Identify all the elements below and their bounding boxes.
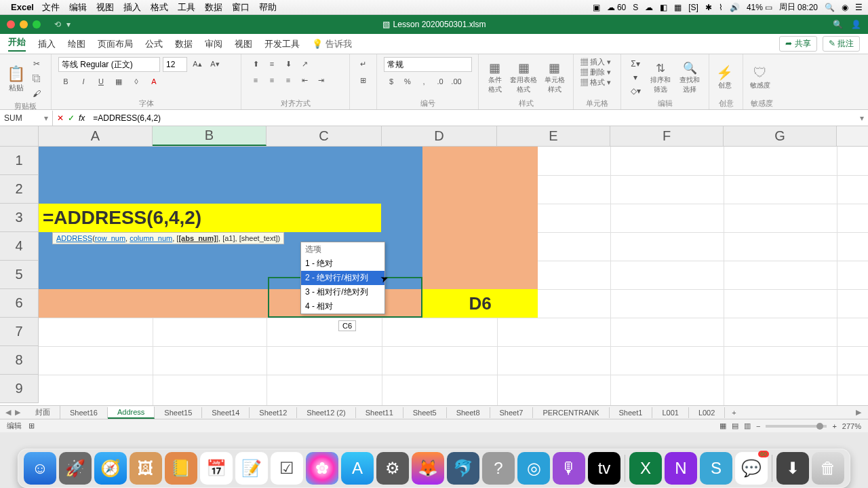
dock-firefox-icon[interactable]: 🦊 (412, 452, 444, 485)
align-bottom-icon[interactable]: ⬇ (281, 57, 296, 71)
dec-decimal-icon[interactable]: .00 (449, 75, 464, 88)
user-icon[interactable]: 👤 (851, 20, 861, 29)
menu-view[interactable]: 视图 (96, 1, 114, 14)
underline-button[interactable]: U (94, 75, 108, 88)
autosum-icon[interactable]: Σ▾ (628, 57, 643, 71)
delete-cells-button[interactable]: ▦ 删除 ▾ (580, 67, 611, 77)
sheet-tab-sheet12[interactable]: Sheet12 (250, 407, 297, 418)
format-painter-icon[interactable]: 🖌 (29, 87, 44, 100)
col-header-f[interactable]: F (610, 126, 724, 146)
dock-settings-icon[interactable]: ⚙ (376, 452, 409, 485)
copy-icon[interactable]: ⿻ (29, 72, 44, 86)
c-icon[interactable]: ◧ (660, 3, 667, 12)
sheet-tab-sheet14[interactable]: Sheet14 (202, 407, 250, 418)
find-select-icon[interactable]: 🔍 (678, 61, 703, 75)
col-header-g[interactable]: G (724, 126, 837, 146)
cell-styles-icon[interactable]: ▦ (543, 60, 566, 75)
dock-reminders-icon[interactable]: ☑ (271, 452, 303, 485)
insert-cells-button[interactable]: ▦ 插入 ▾ (580, 57, 611, 67)
align-right-icon[interactable]: ≡ (281, 73, 296, 87)
find-select-label[interactable]: 查找和选择 (678, 75, 703, 94)
sheet-tab-sheet16[interactable]: Sheet16 (60, 407, 108, 418)
select-all-corner[interactable] (0, 126, 39, 146)
name-box[interactable]: SUM ▾ (0, 111, 53, 126)
align-left-icon[interactable]: ≡ (248, 73, 263, 87)
row-header-9[interactable]: 9 (0, 375, 39, 403)
bold-button[interactable]: B (58, 75, 73, 88)
dropdown-option-4[interactable]: 4 - 相对 (301, 299, 384, 314)
comma-icon[interactable]: , (416, 75, 431, 88)
sheet-tab-sheet8[interactable]: Sheet8 (447, 407, 490, 418)
indent-inc-icon[interactable]: ⇥ (313, 73, 328, 87)
ideas-label[interactable]: 创意 (716, 81, 733, 90)
ime-icon[interactable]: ▣ (593, 3, 600, 12)
row-header-6[interactable]: 6 (0, 289, 39, 318)
paste-label[interactable]: 粘贴 (7, 83, 25, 93)
function-signature-tooltip[interactable]: ADDRESS(row_num, column_num, [[abs_num]]… (52, 232, 284, 244)
align-middle-icon[interactable]: ≡ (264, 57, 279, 71)
col-header-c[interactable]: C (267, 126, 382, 146)
tab-view[interactable]: 视图 (235, 38, 252, 50)
tab-insert[interactable]: 插入 (38, 38, 56, 50)
dock-help-icon[interactable]: ? (482, 452, 515, 485)
col-header-d[interactable]: D (382, 126, 497, 146)
zoom-out-button[interactable]: − (756, 422, 760, 430)
fill-icon[interactable]: ▾ (628, 71, 643, 84)
search-icon[interactable]: 🔍 (825, 3, 835, 12)
percent-icon[interactable]: % (400, 75, 415, 88)
row-header-3[interactable]: 3 (0, 204, 39, 232)
dock-omni-icon[interactable]: ◎ (517, 452, 550, 485)
increase-font-icon[interactable]: A▴ (190, 57, 205, 71)
dock-contacts-icon[interactable]: 📒 (165, 452, 197, 485)
fill-color-button[interactable]: ◊ (129, 75, 144, 88)
col-header-e[interactable]: E (497, 126, 610, 146)
tab-draw[interactable]: 绘图 (68, 38, 85, 50)
font-color-button[interactable]: A (146, 75, 161, 88)
sheet-tab-sheet7[interactable]: Sheet7 (490, 407, 534, 418)
orientation-icon[interactable]: ↗ (297, 57, 312, 71)
dock-mysql-icon[interactable]: 🐬 (447, 452, 479, 485)
menu-file[interactable]: 文件 (42, 1, 60, 14)
battery-status[interactable]: 41% ▭ (747, 3, 772, 12)
cell-styles-label[interactable]: 单元格样式 (543, 75, 566, 94)
menu-data[interactable]: 数据 (205, 1, 222, 14)
sheet-tab-sheet5[interactable]: Sheet5 (403, 407, 447, 418)
sensitivity-label[interactable]: 敏感度 (750, 81, 770, 90)
formula-input[interactable]: =ADDRESS(6,4,2) (89, 113, 856, 123)
cloud-icon[interactable]: ☁ (645, 3, 653, 12)
dock-photos-icon[interactable]: ✿ (306, 452, 338, 485)
wrap-text-icon[interactable]: ↵ (356, 57, 371, 71)
col-header-b[interactable]: B (153, 126, 267, 146)
tab-review[interactable]: 审阅 (205, 38, 222, 50)
autosave-icon[interactable]: ⟲ (54, 20, 61, 29)
sheet-tab-sheet12-2[interactable]: Sheet12 (2) (297, 407, 355, 418)
merge-icon[interactable]: ⊞ (356, 73, 371, 87)
font-name-select[interactable] (58, 57, 160, 72)
conditional-format-icon[interactable]: ▦ (486, 60, 504, 75)
menu-window[interactable]: 窗口 (232, 1, 250, 14)
volume-icon[interactable]: 🔊 (730, 3, 740, 12)
indent-dec-icon[interactable]: ⇤ (297, 73, 312, 87)
share-button[interactable]: ➦ 共享 (779, 36, 816, 52)
menu-edit[interactable]: 编辑 (69, 1, 87, 14)
sheet-tab-cover[interactable]: 封面 (26, 406, 60, 419)
sort-filter-icon[interactable]: ⇅ (648, 61, 673, 75)
app-name[interactable]: Excel (11, 2, 34, 12)
fx-icon[interactable]: fx (79, 113, 85, 123)
conditional-format-label[interactable]: 条件格式 (486, 75, 504, 94)
dock-preview-icon[interactable]: 🖼 (130, 452, 162, 485)
ideas-icon[interactable]: ⚡ (716, 64, 733, 81)
tab-home[interactable]: 开始 (8, 36, 26, 52)
tab-formulas[interactable]: 公式 (145, 38, 163, 50)
align-top-icon[interactable]: ⬆ (248, 57, 263, 71)
tell-me[interactable]: 💡 告诉我 (312, 38, 352, 50)
row-header-7[interactable]: 7 (0, 318, 39, 346)
notification-icon[interactable]: ☰ (855, 3, 863, 12)
sheet-scroll-right-icon[interactable]: ▶ (849, 408, 868, 417)
format-cells-button[interactable]: ▦ 格式 ▾ (580, 77, 611, 88)
s-icon[interactable]: S (633, 3, 638, 12)
sheet-tab-sheet15[interactable]: Sheet15 (155, 407, 202, 418)
zoom-in-button[interactable]: + (832, 422, 836, 430)
dropdown-option-1[interactable]: 1 - 绝对 (301, 257, 384, 271)
zoom-level[interactable]: 277% (842, 422, 861, 430)
